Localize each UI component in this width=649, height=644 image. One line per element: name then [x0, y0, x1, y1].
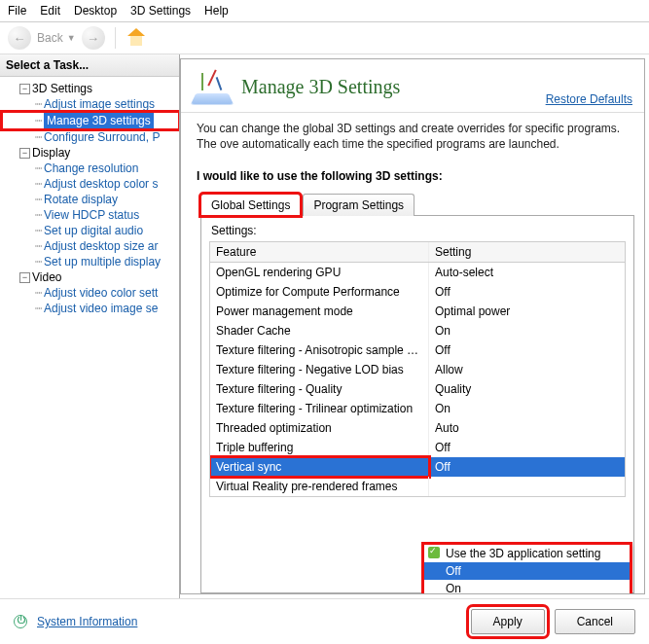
collapse-icon[interactable]: − — [19, 272, 30, 283]
home-icon[interactable] — [126, 27, 147, 49]
grid-row[interactable]: Power management modeOptimal power — [210, 302, 625, 321]
footer: System Information Apply Cancel — [0, 598, 649, 644]
tree-item-rotate-display[interactable]: ┈Rotate display — [2, 192, 179, 207]
tab-body: Settings: Feature Setting OpenGL renderi… — [200, 215, 634, 593]
collapse-icon[interactable]: − — [19, 148, 30, 159]
section-heading: I would like to use the following 3D set… — [181, 160, 644, 189]
check-icon — [428, 547, 440, 558]
toolbar: ← Back ▼ → — [0, 22, 649, 54]
grid-header: Feature Setting — [210, 242, 625, 263]
tab-global-settings[interactable]: Global Settings — [200, 194, 301, 216]
tree-item-change-resolution[interactable]: ┈Change resolution — [2, 161, 179, 176]
grid-row[interactable]: Threaded optimizationAuto — [210, 418, 625, 438]
tree-group-3d-settings[interactable]: −3D Settings — [2, 81, 179, 96]
col-setting: Setting — [429, 242, 625, 262]
sidebar-title: Select a Task... — [0, 54, 179, 77]
grid-row[interactable]: Shader CacheOn — [210, 321, 625, 340]
tree-item-video-image[interactable]: ┈Adjust video image se — [2, 301, 179, 316]
task-tree: −3D Settings ┈Adjust image settings ┈Man… — [0, 77, 179, 598]
grid-row[interactable]: Texture filtering - Trilinear optimizati… — [210, 399, 625, 418]
dropdown-option-on[interactable]: On — [424, 580, 630, 594]
tabs: Global Settings Program Settings — [200, 193, 644, 215]
sidebar: Select a Task... −3D Settings ┈Adjust im… — [0, 54, 180, 598]
cancel-button[interactable]: Cancel — [555, 609, 635, 634]
collapse-icon[interactable]: − — [19, 84, 30, 94]
feature-vertical-sync: Vertical sync — [210, 457, 429, 477]
tree-item-desktop-size[interactable]: ┈Adjust desktop size ar — [2, 238, 179, 254]
vertical-sync-dropdown[interactable]: Use the 3D application setting Off On Ad… — [423, 544, 631, 594]
grid-row[interactable]: Triple bufferingOff — [210, 438, 625, 457]
page-logo-icon — [193, 67, 232, 106]
tree-item-adjust-image[interactable]: ┈Adjust image settings — [2, 96, 179, 112]
grid-row[interactable]: Virtual Reality pre-rendered frames — [210, 477, 625, 496]
dropdown-option-off[interactable]: Off — [424, 562, 630, 580]
content-pane: Manage 3D Settings Restore Defaults You … — [180, 58, 645, 594]
tree-group-video[interactable]: −Video — [2, 269, 179, 285]
system-information-link[interactable]: System Information — [37, 615, 137, 628]
menu-desktop[interactable]: Desktop — [74, 4, 117, 18]
page-description: You can change the global 3D settings an… — [181, 113, 644, 160]
setting-vertical-sync[interactable]: Off — [429, 457, 625, 477]
settings-label: Settings: — [211, 224, 626, 237]
toolbar-separator — [115, 27, 116, 49]
menu-file[interactable]: File — [8, 4, 26, 18]
page-title: Manage 3D Settings — [241, 76, 536, 98]
menu-edit[interactable]: Edit — [40, 4, 60, 18]
title-bar: Manage 3D Settings Restore Defaults — [181, 59, 644, 113]
grid-row[interactable]: Texture filtering - QualityQuality — [210, 379, 625, 399]
restore-defaults-link[interactable]: Restore Defaults — [546, 92, 632, 106]
tree-group-display[interactable]: −Display — [2, 145, 179, 161]
back-label: Back — [37, 31, 63, 45]
tree-item-digital-audio[interactable]: ┈Set up digital audio — [2, 223, 179, 238]
grid-row[interactable]: OpenGL rendering GPUAuto-select — [210, 263, 625, 282]
dropdown-option-use-app[interactable]: Use the 3D application setting — [424, 545, 630, 562]
menu-3d-settings[interactable]: 3D Settings — [130, 4, 191, 18]
menu-bar: File Edit Desktop 3D Settings Help — [0, 0, 649, 22]
tree-item-video-color[interactable]: ┈Adjust video color sett — [2, 285, 179, 301]
menu-help[interactable]: Help — [204, 4, 229, 18]
tree-item-view-hdcp[interactable]: ┈View HDCP status — [2, 207, 179, 223]
settings-grid: Feature Setting OpenGL rendering GPUAuto… — [209, 241, 626, 497]
tree-item-manage-3d[interactable]: ┈Manage 3D settings — [2, 112, 179, 129]
system-info-icon — [14, 615, 27, 628]
tree-item-multiple-display[interactable]: ┈Set up multiple display — [2, 254, 179, 269]
back-button[interactable]: ← — [8, 26, 31, 50]
back-dropdown-icon[interactable]: ▼ — [67, 33, 76, 43]
apply-button[interactable]: Apply — [471, 609, 545, 634]
grid-row[interactable]: Optimize for Compute PerformanceOff — [210, 282, 625, 302]
tab-program-settings[interactable]: Program Settings — [303, 194, 415, 216]
grid-row-vertical-sync[interactable]: Vertical sync Off — [210, 457, 625, 477]
forward-button[interactable]: → — [82, 26, 105, 50]
grid-row[interactable]: Texture filtering - Anisotropic sample o… — [210, 340, 625, 360]
tree-item-configure-surround[interactable]: ┈Configure Surround, P — [2, 129, 179, 145]
col-feature: Feature — [210, 242, 429, 262]
grid-row[interactable]: Texture filtering - Negative LOD biasAll… — [210, 360, 625, 379]
tree-item-adjust-desktop-color[interactable]: ┈Adjust desktop color s — [2, 176, 179, 192]
